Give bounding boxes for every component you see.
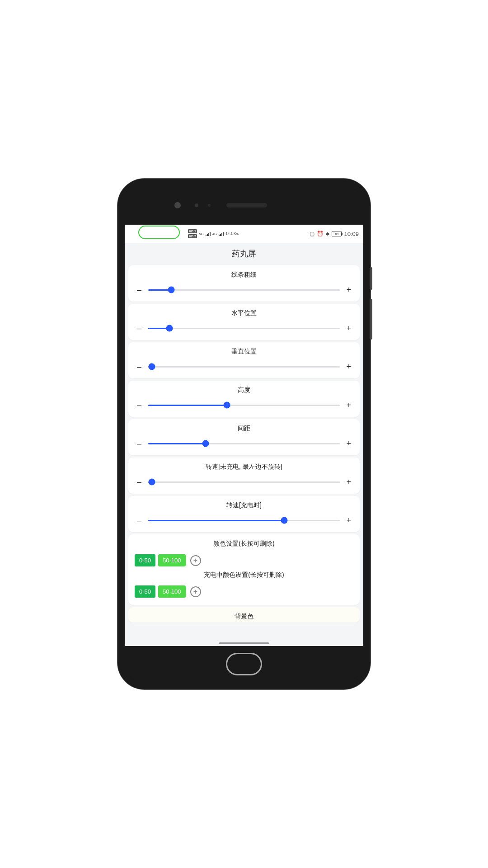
camera2-icon (195, 203, 198, 207)
minus-button[interactable]: – (135, 401, 144, 410)
speaker-icon (226, 203, 267, 208)
slider-track[interactable] (148, 328, 340, 329)
slider-track[interactable] (148, 443, 340, 444)
add-color-button[interactable]: + (190, 555, 201, 566)
phone-top-bezel (125, 186, 363, 225)
slider-label: 转速[未充电, 最左边不旋转] (135, 463, 353, 471)
net-5g: 5G (199, 232, 204, 236)
minus-button[interactable]: – (135, 362, 144, 371)
slider-label: 水平位置 (135, 309, 353, 317)
slider-thumb[interactable] (166, 325, 173, 332)
signal-icon-1 (206, 232, 211, 236)
slider-card: 转速[未充电, 最左边不旋转] – + (128, 458, 360, 494)
minus-button[interactable]: – (135, 516, 144, 525)
alarm-icon: ⏰ (317, 231, 324, 237)
slider-thumb[interactable] (202, 440, 209, 447)
minus-button[interactable]: – (135, 439, 144, 448)
phone-mockup: HD 1 HD 2 5G 4G 14.1 K/s ▢ ⏰ ✱ 89 10:09 (117, 179, 371, 689)
color-chip[interactable]: 50-100 (158, 554, 185, 566)
phone-side-button-2 (370, 299, 372, 340)
net-speed: 14.1 K/s (225, 232, 239, 236)
plus-button[interactable]: + (344, 516, 353, 525)
net-4g: 4G (212, 232, 217, 236)
slider-thumb[interactable] (223, 402, 230, 409)
slider-card: 间距 – + (128, 419, 360, 455)
plus-button[interactable]: + (344, 324, 353, 333)
slider-thumb[interactable] (149, 363, 155, 370)
slider-card: 高度 – + (128, 381, 360, 417)
sensor-icon (208, 204, 211, 207)
slider-label: 垂直位置 (135, 348, 353, 356)
color-settings-card: 颜色设置(长按可删除) 0-5050-100 + 充电中颜色设置(长按可删除) … (128, 534, 360, 605)
minus-button[interactable]: – (135, 285, 144, 294)
camera-icon (174, 202, 181, 208)
slider-card: 垂直位置 – + (128, 342, 360, 378)
slider-track[interactable] (148, 405, 340, 406)
nfc-icon: ▢ (310, 231, 314, 237)
slider-label: 高度 (135, 386, 353, 394)
color-chip[interactable]: 50-100 (158, 585, 185, 598)
color-chip[interactable]: 0-50 (135, 554, 155, 566)
add-charging-color-button[interactable]: + (190, 586, 201, 597)
minus-button[interactable]: – (135, 477, 144, 486)
color-chip[interactable]: 0-50 (135, 585, 155, 598)
signal-icon-2 (219, 232, 224, 236)
plus-button[interactable]: + (344, 362, 353, 371)
slider-card: 水平位置 – + (128, 304, 360, 340)
nav-handle[interactable] (219, 642, 269, 644)
plus-button[interactable]: + (344, 439, 353, 448)
slider-thumb[interactable] (168, 287, 174, 293)
slider-label: 转速[充电时] (135, 501, 353, 509)
plus-button[interactable]: + (344, 401, 353, 410)
bluetooth-icon: ✱ (326, 231, 329, 236)
charging-color-section-title: 充电中颜色设置(长按可删除) (135, 571, 353, 579)
background-section-title: 背景色 (135, 613, 353, 621)
hd2-badge: HD 2 (188, 234, 197, 238)
plus-button[interactable]: + (344, 285, 353, 294)
slider-card: 转速[充电时] – + (128, 496, 360, 532)
color-section-title: 颜色设置(长按可删除) (135, 540, 353, 548)
page-title: 药丸屏 (125, 243, 363, 265)
slider-card: 线条粗细 – + (128, 265, 360, 302)
hd1-badge: HD 1 (188, 229, 197, 233)
slider-track[interactable] (148, 520, 340, 521)
slider-thumb[interactable] (281, 517, 288, 524)
background-color-card: 背景色 (128, 607, 360, 623)
slider-track[interactable] (148, 366, 340, 368)
battery-icon: 89 (332, 231, 342, 236)
plus-button[interactable]: + (344, 477, 353, 486)
slider-track[interactable] (148, 481, 340, 483)
slider-track[interactable] (148, 289, 340, 291)
home-button[interactable] (226, 653, 262, 675)
phone-side-button-1 (370, 267, 372, 290)
slider-thumb[interactable] (149, 479, 155, 486)
pill-indicator (138, 226, 180, 239)
minus-button[interactable]: – (135, 324, 144, 333)
slider-label: 线条粗细 (135, 271, 353, 279)
slider-label: 间距 (135, 425, 353, 433)
phone-bottom-bezel (125, 646, 363, 682)
screen: HD 1 HD 2 5G 4G 14.1 K/s ▢ ⏰ ✱ 89 10:09 (125, 225, 363, 646)
clock-time: 10:09 (344, 231, 359, 237)
status-bar: HD 1 HD 2 5G 4G 14.1 K/s ▢ ⏰ ✱ 89 10:09 (125, 225, 363, 243)
